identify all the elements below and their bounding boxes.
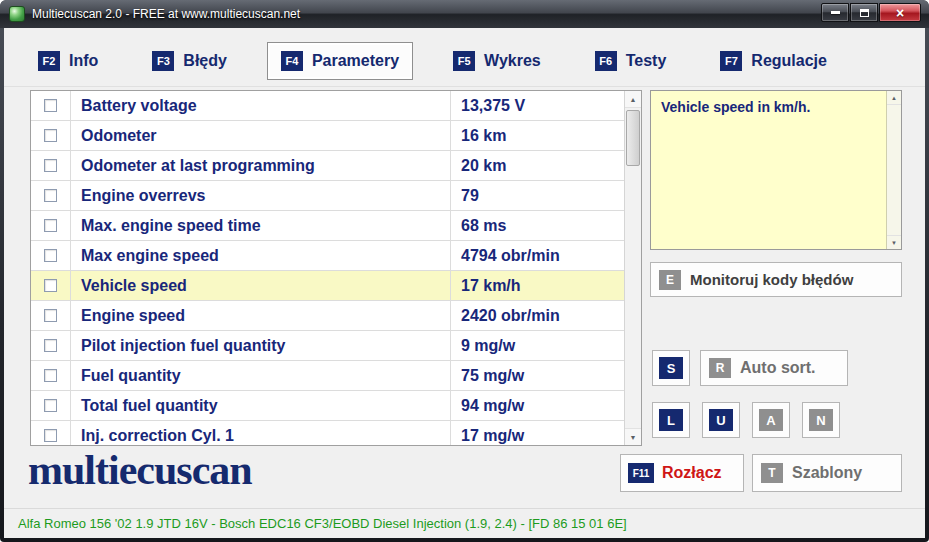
- client-area: F2 Info F3 Błędy F4 Parametery F5 Wykres…: [4, 28, 925, 538]
- multiecuscan-logo: multiecuscan: [28, 446, 252, 494]
- maximize-button[interactable]: [850, 3, 878, 22]
- fkey-badge: F4: [281, 51, 303, 71]
- parameter-rows: Battery voltage 13,375 V Odometer 16 km …: [31, 91, 624, 445]
- info-panel: Vehicle speed in km/h. ▲ ▼: [650, 90, 902, 250]
- u-button[interactable]: U: [702, 402, 740, 438]
- fkey-badge: F3: [152, 51, 174, 71]
- table-row[interactable]: Odometer 16 km: [31, 121, 624, 151]
- row-checkbox[interactable]: [44, 279, 57, 292]
- table-row[interactable]: Odometer at last programming 20 km: [31, 151, 624, 181]
- a-key-badge: A: [759, 409, 783, 431]
- n-button[interactable]: N: [802, 402, 840, 438]
- close-button[interactable]: ×: [879, 3, 921, 22]
- tab-chart[interactable]: F5 Wykres: [439, 42, 555, 80]
- param-value: 16 km: [451, 121, 624, 150]
- table-row[interactable]: Pilot injection fuel quantity 9 mg/w: [31, 331, 624, 361]
- table-row[interactable]: Max. engine speed time 68 ms: [31, 211, 624, 241]
- param-name: Odometer at last programming: [71, 151, 451, 180]
- table-row[interactable]: Inj. correction Cyl. 1 17 mg/w: [31, 421, 624, 445]
- scroll-up-icon: ▲: [891, 95, 897, 101]
- n-key-badge: N: [809, 409, 833, 431]
- scroll-up-button[interactable]: ▲: [887, 91, 901, 105]
- fkey-badge: F2: [38, 51, 60, 71]
- param-value: 75 mg/w: [451, 361, 624, 390]
- scroll-up-icon: ▲: [630, 96, 637, 103]
- caption-buttons: ×: [821, 3, 921, 22]
- tab-bar: F2 Info F3 Błędy F4 Parametery F5 Wykres…: [24, 36, 841, 86]
- table-row[interactable]: Engine speed 2420 obr/min: [31, 301, 624, 331]
- param-name: Battery voltage: [71, 91, 451, 120]
- row-checkbox[interactable]: [44, 99, 57, 112]
- row-checkbox[interactable]: [44, 129, 57, 142]
- param-value: 4794 obr/min: [451, 241, 624, 270]
- scroll-down-button[interactable]: ▼: [887, 235, 901, 249]
- param-value: 2420 obr/min: [451, 301, 624, 330]
- scroll-down-icon: ▼: [630, 434, 637, 441]
- l-key-badge: L: [659, 409, 683, 431]
- param-name: Odometer: [71, 121, 451, 150]
- scroll-up-button[interactable]: ▲: [625, 91, 641, 108]
- scroll-down-icon: ▼: [891, 240, 897, 246]
- param-name: Engine overrevs: [71, 181, 451, 210]
- table-row-selected[interactable]: Vehicle speed 17 km/h: [31, 271, 624, 301]
- param-name: Engine speed: [71, 301, 451, 330]
- row-checkbox[interactable]: [44, 159, 57, 172]
- minimize-button[interactable]: [821, 3, 849, 22]
- tab-errors[interactable]: F3 Błędy: [138, 42, 241, 80]
- auto-sort-button[interactable]: R Auto sort.: [700, 350, 848, 386]
- table-row[interactable]: Battery voltage 13,375 V: [31, 91, 624, 121]
- tab-tests[interactable]: F6 Testy: [581, 42, 681, 80]
- app-icon: [9, 6, 25, 22]
- parameter-table: Battery voltage 13,375 V Odometer 16 km …: [30, 90, 642, 446]
- param-value: 68 ms: [451, 211, 624, 240]
- param-name: Fuel quantity: [71, 361, 451, 390]
- s-button[interactable]: S: [652, 350, 690, 386]
- tab-info[interactable]: F2 Info: [24, 42, 112, 80]
- param-name: Total fuel quantity: [71, 391, 451, 420]
- scroll-thumb[interactable]: [626, 110, 640, 166]
- fkey-badge: F7: [720, 51, 742, 71]
- param-value: 94 mg/w: [451, 391, 624, 420]
- table-row[interactable]: Fuel quantity 75 mg/w: [31, 361, 624, 391]
- scroll-down-button[interactable]: ▼: [625, 428, 641, 445]
- row-checkbox[interactable]: [44, 219, 57, 232]
- fkey-badge: F6: [595, 51, 617, 71]
- app-window: Multiecuscan 2.0 - FREE at www.multiecus…: [0, 0, 929, 542]
- window-title: Multiecuscan 2.0 - FREE at www.multiecus…: [32, 7, 300, 21]
- disconnect-button[interactable]: F11 Rozłącz: [620, 454, 744, 492]
- r-key-badge: R: [709, 358, 731, 378]
- row-checkbox[interactable]: [44, 189, 57, 202]
- row-checkbox[interactable]: [44, 429, 57, 442]
- row-checkbox[interactable]: [44, 339, 57, 352]
- param-name: Max. engine speed time: [71, 211, 451, 240]
- param-name: Max engine speed: [71, 241, 451, 270]
- tab-parameters[interactable]: F4 Parametery: [267, 42, 413, 80]
- fkey-badge: F5: [453, 51, 475, 71]
- param-name: Inj. correction Cyl. 1: [71, 421, 451, 445]
- table-row[interactable]: Total fuel quantity 94 mg/w: [31, 391, 624, 421]
- e-key-badge: E: [659, 270, 681, 290]
- param-name: Vehicle speed: [71, 271, 451, 300]
- table-row[interactable]: Engine overrevs 79: [31, 181, 624, 211]
- u-key-badge: U: [709, 409, 733, 431]
- status-bar: Alfa Romeo 156 '02 1.9 JTD 16V - Bosch E…: [4, 508, 925, 538]
- table-row[interactable]: Max engine speed 4794 obr/min: [31, 241, 624, 271]
- row-checkbox[interactable]: [44, 399, 57, 412]
- s-key-badge: S: [659, 357, 683, 379]
- table-scrollbar[interactable]: ▲ ▼: [624, 91, 641, 445]
- monitor-error-codes-button[interactable]: E Monitoruj kody błędów: [650, 262, 902, 297]
- row-checkbox[interactable]: [44, 249, 57, 262]
- row-checkbox[interactable]: [44, 369, 57, 382]
- l-button[interactable]: L: [652, 402, 690, 438]
- vehicle-status-text: Alfa Romeo 156 '02 1.9 JTD 16V - Bosch E…: [18, 516, 627, 531]
- f11-key-badge: F11: [628, 463, 654, 483]
- info-scrollbar[interactable]: ▲ ▼: [886, 91, 901, 249]
- close-icon: ×: [896, 6, 904, 20]
- tab-adjustments[interactable]: F7 Regulacje: [706, 42, 841, 80]
- a-button[interactable]: A: [752, 402, 790, 438]
- row-checkbox[interactable]: [44, 309, 57, 322]
- templates-button[interactable]: T Szablony: [752, 454, 902, 492]
- param-value: 17 km/h: [451, 271, 624, 300]
- minimize-icon: [831, 11, 840, 14]
- param-value: 17 mg/w: [451, 421, 624, 445]
